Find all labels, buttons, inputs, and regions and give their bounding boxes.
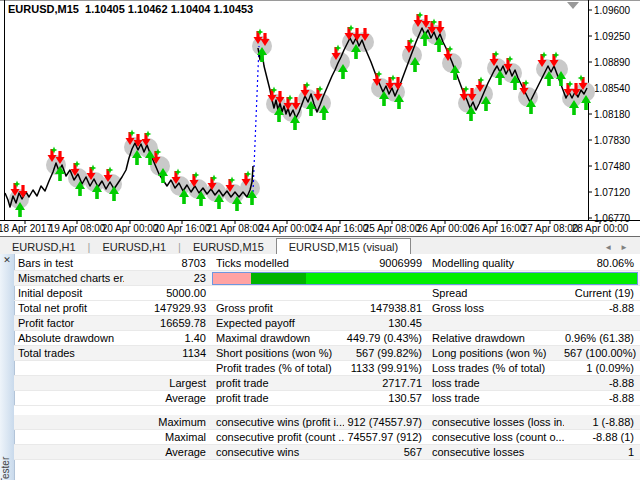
x-tick-label: 24 Apr 16:00: [312, 223, 369, 234]
tester-panel-close-button[interactable]: ✕: [0, 255, 14, 265]
tab-scroll-left-icon[interactable]: ◄: [604, 243, 620, 252]
row-label: Initial deposit: [14, 286, 124, 300]
row-value: 74557.97 (912): [344, 430, 428, 444]
row-value: Average: [124, 391, 212, 405]
x-tick-label: 28 Apr 00:00: [572, 223, 629, 234]
row-label: Maximal drawdown: [212, 331, 344, 345]
row-value: 1134: [124, 346, 212, 360]
table-row: Profit factor16659.78Expected payoff130.…: [14, 316, 640, 331]
row-label: consecutive wins (profit i...: [212, 415, 344, 429]
close-icon: ✕: [3, 255, 11, 265]
modelling-quality-bar: [212, 272, 638, 285]
row-value: [124, 361, 212, 375]
table-row: Averageprofit trade130.57loss trade-8.88: [14, 391, 640, 406]
y-tick-label: 1.09250: [594, 31, 631, 42]
row-label: Total net profit: [14, 301, 124, 315]
row-label: profit trade: [212, 376, 344, 390]
row-value: 0.96% (61.38): [564, 331, 640, 345]
row-value: Average: [124, 445, 212, 459]
price-chart: 1.096001.092501.088901.085401.081801.078…: [0, 0, 640, 236]
row-value: [564, 316, 640, 330]
row-label: Gross loss: [428, 301, 564, 315]
y-tick-label: 1.07120: [594, 187, 631, 198]
table-row: Total trades1134Short positions (won %)5…: [14, 346, 640, 361]
chart-tab-eurusd-m15-visual-[interactable]: EURUSD,M15 (visual): [276, 238, 411, 255]
chart-tab-eurusd-h1[interactable]: EURUSD,H1: [90, 240, 178, 255]
row-value: 23: [124, 271, 212, 285]
row-value: 16659.78: [124, 316, 212, 330]
row-value: 1.40: [124, 331, 212, 345]
row-label: [212, 286, 344, 300]
row-value: 9006999: [344, 256, 428, 270]
row-label: Total trades: [14, 346, 124, 360]
y-tick-label: 1.07830: [594, 135, 631, 146]
table-row: Largestprofit trade2717.71loss trade-8.8…: [14, 376, 640, 391]
row-value: 147929.93: [124, 301, 212, 315]
row-value: 1 (0.09%): [564, 361, 640, 375]
row-label: Spread: [428, 286, 564, 300]
row-label: Mismatched charts er...: [14, 271, 124, 285]
table-row: Total net profit147929.93Gross profit147…: [14, 301, 640, 316]
x-tick-label: 25 Apr 08:00: [364, 223, 421, 234]
weekend-gap-line: [253, 46, 259, 192]
row-value: 449.79 (0.43%): [344, 331, 428, 345]
y-tick-label: 1.08890: [594, 57, 631, 68]
row-value: 2717.71: [344, 376, 428, 390]
tab-scroll-right-icon[interactable]: ►: [620, 243, 636, 252]
row-label: [14, 445, 124, 459]
table-spacer-row: [14, 406, 640, 415]
table-row: Absolute drawdown1.40Maximal drawdown449…: [14, 331, 640, 346]
price-chart-panel: 1.096001.092501.088901.085401.081801.078…: [0, 0, 640, 236]
row-label: consecutive losses: [428, 445, 564, 459]
x-tick-label: 26 Apr 16:00: [469, 223, 526, 234]
row-value: -8.88: [564, 376, 640, 390]
row-label: [14, 415, 124, 429]
y-tick-label: 1.07480: [594, 161, 631, 172]
row-label: profit trade: [212, 391, 344, 405]
row-value: 567: [344, 445, 428, 459]
row-label: consecutive wins: [212, 445, 344, 459]
y-tick-label: 1.08540: [594, 83, 631, 94]
x-tick-label: 20 Apr 00:00: [102, 223, 159, 234]
row-value: 567 (99.82%): [344, 346, 428, 360]
row-label: [14, 430, 124, 444]
table-row: Bars in test8703Ticks modelled9006999Mod…: [14, 256, 640, 271]
row-value: 1 (-8.88): [564, 415, 640, 429]
row-label: Short positions (won %): [212, 346, 344, 360]
row-label: [14, 361, 124, 375]
row-label: Modelling quality: [428, 256, 564, 270]
tab-scroll-arrows[interactable]: ◄►: [604, 243, 636, 252]
quality-bar-segment: [213, 273, 251, 284]
row-value: [344, 286, 428, 300]
row-label: Gross profit: [212, 301, 344, 315]
x-tick-label: 18 Apr 2017: [0, 223, 52, 234]
row-value: -8.88: [564, 391, 640, 405]
row-value: 5000.00: [124, 286, 212, 300]
row-value: Largest: [124, 376, 212, 390]
chart-ohlc-title: EURUSD,M15 1.10405 1.10462 1.10404 1.104…: [8, 3, 253, 15]
table-row: Maximumconsecutive wins (profit i...912 …: [14, 415, 640, 430]
table-row: Profit trades (% of total)1133 (99.91%)L…: [14, 361, 640, 376]
row-value: Maximal: [124, 430, 212, 444]
row-label: [428, 316, 564, 330]
row-value: 130.57: [344, 391, 428, 405]
table-row: Mismatched charts er...23: [14, 271, 640, 286]
chart-tab-eurusd-m15[interactable]: EURUSD,M15: [181, 240, 276, 255]
row-value: 80.06%: [564, 256, 640, 270]
row-value: Current (19): [564, 286, 640, 300]
row-label: Ticks modelled: [212, 256, 344, 270]
row-value: 147938.81: [344, 301, 428, 315]
row-value: 567 (100.00%): [564, 346, 640, 360]
chart-tab-eurusd-h1[interactable]: EURUSD,H1: [0, 240, 88, 255]
row-label: Long positions (won %): [428, 346, 564, 360]
row-label: [14, 376, 124, 390]
row-label: Absolute drawdown: [14, 331, 124, 345]
table-row: Averageconsecutive wins567consecutive lo…: [14, 445, 640, 460]
row-value: 912 (74557.97): [344, 415, 428, 429]
chart-shift-marker-icon: [567, 2, 579, 9]
x-tick-label: 24 Apr 00:00: [259, 223, 316, 234]
row-label: Expected payoff: [212, 316, 344, 330]
row-label: consecutive losses (loss in...: [428, 415, 564, 429]
row-label: consecutive profit (count ...: [212, 430, 344, 444]
row-label: loss trade: [428, 391, 564, 405]
